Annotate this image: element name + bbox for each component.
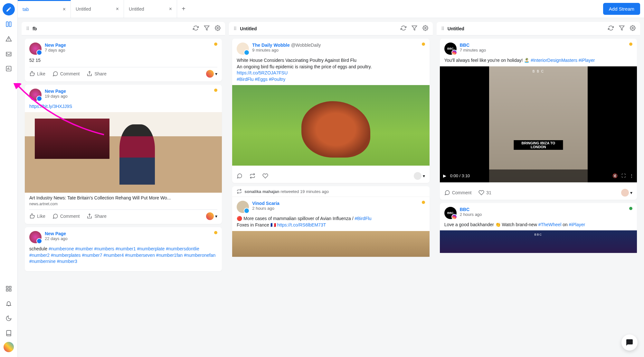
avatar[interactable]: [237, 43, 249, 55]
tab-3[interactable]: Untitled ×: [124, 0, 177, 18]
drag-handle-icon[interactable]: ⠿: [26, 26, 29, 31]
hashtag-link[interactable]: #Eggs: [255, 77, 268, 82]
hashtag-link[interactable]: #Poultry: [269, 77, 285, 82]
post-author[interactable]: The Daily Wobble: [252, 43, 289, 48]
nav-alerts[interactable]: [3, 33, 15, 45]
drag-handle-icon[interactable]: ⠿: [441, 26, 444, 31]
play-icon[interactable]: ▶: [443, 173, 446, 178]
reply-button[interactable]: [237, 173, 242, 179]
post-author[interactable]: BBC: [460, 43, 486, 48]
hashtag-link[interactable]: #numbernine: [29, 259, 56, 264]
settings-button[interactable]: [422, 25, 428, 32]
avatar[interactable]: [29, 231, 42, 243]
refresh-button[interactable]: [193, 25, 199, 32]
nav-streams[interactable]: [3, 18, 15, 30]
hashtag-link[interactable]: #numbersdontlie: [166, 246, 199, 251]
post-text: 52 15: [29, 57, 217, 64]
avatar[interactable]: BBC: [444, 43, 457, 55]
close-icon[interactable]: ×: [116, 6, 119, 12]
post-image[interactable]: [25, 112, 222, 193]
heart-icon: [262, 173, 268, 179]
post-image[interactable]: [440, 230, 637, 253]
account-picker[interactable]: ▾: [206, 70, 217, 78]
nav-apps[interactable]: [3, 283, 15, 295]
account-picker[interactable]: ▾: [621, 189, 632, 197]
hashtag-link[interactable]: #iPlayer: [579, 58, 595, 63]
post-author[interactable]: BBC: [460, 207, 482, 212]
hashtag-link[interactable]: #numbers: [94, 246, 114, 251]
add-stream-button[interactable]: Add Stream: [603, 3, 640, 15]
post: New Page 7 days ago 52 15 Like Comment S…: [25, 39, 222, 82]
filter-button[interactable]: [412, 25, 417, 32]
add-tab-button[interactable]: +: [177, 5, 190, 13]
post-author[interactable]: New Page: [45, 43, 66, 48]
like-button[interactable]: 31: [478, 190, 491, 196]
hashtag-link[interactable]: #numberonefan: [184, 253, 215, 258]
comment-button[interactable]: Comment: [52, 213, 80, 219]
refresh-button[interactable]: [401, 25, 406, 32]
hashtag-link[interactable]: #iPlayer: [569, 222, 585, 227]
hashtag-link[interactable]: #number7: [82, 253, 102, 258]
drag-handle-icon[interactable]: ⠿: [233, 26, 237, 31]
user-avatar[interactable]: [4, 342, 14, 352]
video-player[interactable]: B B C BRINGING IBIZA TO LONDON ▶ 0:00 / …: [440, 66, 637, 182]
post-author[interactable]: New Page: [45, 231, 68, 236]
hashtag-link[interactable]: #number: [75, 246, 93, 251]
settings-button[interactable]: [215, 25, 221, 32]
filter-button[interactable]: [619, 25, 625, 32]
account-picker[interactable]: ▾: [206, 212, 217, 220]
avatar[interactable]: BBC: [444, 207, 457, 219]
filter-button[interactable]: [204, 25, 210, 32]
hashtag-link[interactable]: #numberplate: [137, 246, 165, 251]
close-icon[interactable]: ×: [169, 6, 172, 12]
like-button[interactable]: Like: [29, 213, 45, 219]
nav-analytics[interactable]: [3, 63, 15, 75]
hashtag-link[interactable]: #BirdFlu: [237, 77, 253, 82]
nav-theme[interactable]: [3, 312, 15, 324]
fullscreen-icon[interactable]: ⛶: [621, 173, 626, 178]
comment-button[interactable]: Comment: [52, 71, 80, 77]
post-link[interactable]: https://bit.ly/3HXJJ9S: [29, 104, 72, 109]
retweet-button[interactable]: [250, 173, 255, 179]
hashtag-link[interactable]: #number2: [29, 253, 50, 258]
close-icon[interactable]: ×: [63, 6, 66, 12]
refresh-button[interactable]: [608, 25, 614, 32]
post-image[interactable]: [232, 85, 429, 166]
account-picker[interactable]: ▾: [414, 172, 425, 180]
post-link[interactable]: https://t.co/5RZOJA7FSU: [237, 70, 288, 75]
share-button[interactable]: Share: [87, 213, 106, 219]
avatar[interactable]: [29, 43, 42, 55]
compose-button[interactable]: [3, 3, 15, 15]
svg-rect-5: [6, 289, 8, 291]
hashtag-link[interactable]: #number4: [103, 253, 124, 258]
tab-2[interactable]: Untitled ×: [71, 0, 124, 18]
tab-label: Untitled: [76, 6, 91, 12]
nav-notifications[interactable]: [3, 297, 15, 310]
like-button[interactable]: Like: [29, 71, 45, 77]
nav-inbox[interactable]: [3, 48, 15, 60]
tab-1[interactable]: tab ×: [18, 0, 71, 18]
help-chat-button[interactable]: [621, 334, 638, 351]
hashtag-link[interactable]: #TheWheel: [538, 222, 562, 227]
more-icon[interactable]: ⋮: [630, 173, 634, 178]
hashtag-link[interactable]: #number3: [57, 259, 77, 264]
avatar[interactable]: [237, 201, 249, 213]
post-link[interactable]: https://t.co/RS6lbEM73T: [277, 222, 326, 227]
post-author[interactable]: Vinod Scaria: [252, 201, 279, 206]
like-button[interactable]: [262, 173, 268, 179]
hashtag-link[interactable]: #number1: [116, 246, 136, 251]
post-image[interactable]: [232, 231, 429, 257]
share-button[interactable]: Share: [87, 71, 106, 77]
settings-button[interactable]: [630, 25, 636, 32]
hashtag-link[interactable]: #BirdFlu: [355, 216, 371, 221]
nav-library[interactable]: [3, 327, 15, 339]
hashtag-link[interactable]: #numberplates: [51, 253, 81, 258]
post-author[interactable]: New Page: [45, 89, 68, 94]
mute-icon[interactable]: 🔇: [612, 173, 618, 178]
hashtag-link[interactable]: #numberone: [49, 246, 74, 251]
comment-button[interactable]: Comment: [444, 190, 472, 196]
hashtag-link[interactable]: #numberseven: [125, 253, 155, 258]
hashtag-link[interactable]: #InteriorDesignMasters: [531, 58, 577, 63]
hashtag-link[interactable]: #number1fan: [156, 253, 183, 258]
avatar[interactable]: [29, 89, 42, 101]
